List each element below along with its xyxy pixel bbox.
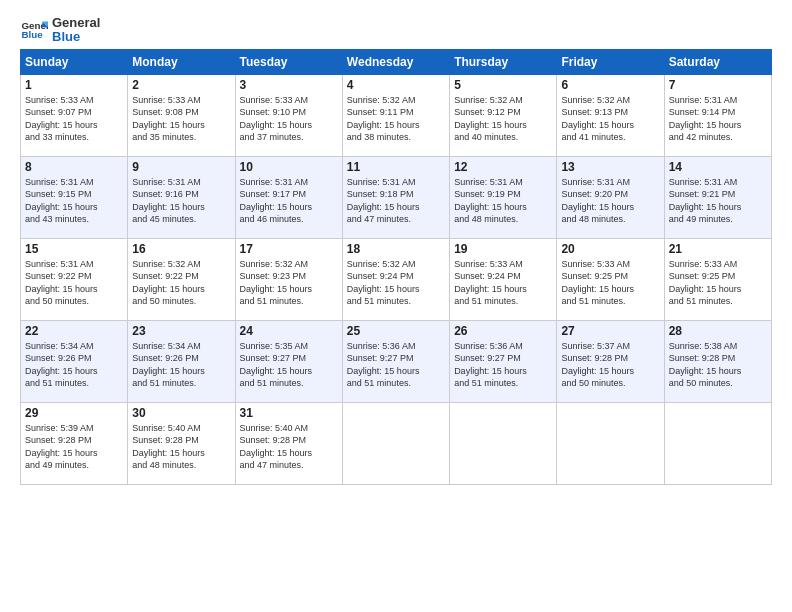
calendar-header-saturday: Saturday [664, 49, 771, 74]
calendar-cell [450, 402, 557, 484]
calendar-cell: 31Sunrise: 5:40 AM Sunset: 9:28 PM Dayli… [235, 402, 342, 484]
svg-text:Blue: Blue [21, 30, 43, 41]
day-info: Sunrise: 5:31 AM Sunset: 9:18 PM Dayligh… [347, 176, 445, 226]
calendar-header-row: SundayMondayTuesdayWednesdayThursdayFrid… [21, 49, 772, 74]
calendar-cell: 20Sunrise: 5:33 AM Sunset: 9:25 PM Dayli… [557, 238, 664, 320]
day-info: Sunrise: 5:38 AM Sunset: 9:28 PM Dayligh… [669, 340, 767, 390]
day-info: Sunrise: 5:40 AM Sunset: 9:28 PM Dayligh… [240, 422, 338, 472]
calendar-cell: 28Sunrise: 5:38 AM Sunset: 9:28 PM Dayli… [664, 320, 771, 402]
calendar-cell: 13Sunrise: 5:31 AM Sunset: 9:20 PM Dayli… [557, 156, 664, 238]
calendar-cell: 4Sunrise: 5:32 AM Sunset: 9:11 PM Daylig… [342, 74, 449, 156]
calendar-cell: 16Sunrise: 5:32 AM Sunset: 9:22 PM Dayli… [128, 238, 235, 320]
calendar-cell: 18Sunrise: 5:32 AM Sunset: 9:24 PM Dayli… [342, 238, 449, 320]
calendar-cell [557, 402, 664, 484]
day-info: Sunrise: 5:31 AM Sunset: 9:20 PM Dayligh… [561, 176, 659, 226]
day-number: 26 [454, 324, 552, 338]
calendar-cell: 12Sunrise: 5:31 AM Sunset: 9:19 PM Dayli… [450, 156, 557, 238]
calendar-cell [664, 402, 771, 484]
day-info: Sunrise: 5:34 AM Sunset: 9:26 PM Dayligh… [25, 340, 123, 390]
day-info: Sunrise: 5:31 AM Sunset: 9:21 PM Dayligh… [669, 176, 767, 226]
day-info: Sunrise: 5:35 AM Sunset: 9:27 PM Dayligh… [240, 340, 338, 390]
day-info: Sunrise: 5:36 AM Sunset: 9:27 PM Dayligh… [454, 340, 552, 390]
day-number: 28 [669, 324, 767, 338]
day-number: 30 [132, 406, 230, 420]
day-info: Sunrise: 5:31 AM Sunset: 9:14 PM Dayligh… [669, 94, 767, 144]
calendar-cell: 19Sunrise: 5:33 AM Sunset: 9:24 PM Dayli… [450, 238, 557, 320]
calendar-week-3: 15Sunrise: 5:31 AM Sunset: 9:22 PM Dayli… [21, 238, 772, 320]
day-info: Sunrise: 5:32 AM Sunset: 9:22 PM Dayligh… [132, 258, 230, 308]
logo-text-blue: Blue [52, 30, 100, 44]
calendar-header-friday: Friday [557, 49, 664, 74]
day-number: 27 [561, 324, 659, 338]
day-info: Sunrise: 5:31 AM Sunset: 9:15 PM Dayligh… [25, 176, 123, 226]
calendar-week-4: 22Sunrise: 5:34 AM Sunset: 9:26 PM Dayli… [21, 320, 772, 402]
day-number: 25 [347, 324, 445, 338]
calendar-header-sunday: Sunday [21, 49, 128, 74]
day-number: 7 [669, 78, 767, 92]
day-number: 14 [669, 160, 767, 174]
logo: General Blue General Blue [20, 16, 100, 45]
calendar-cell: 5Sunrise: 5:32 AM Sunset: 9:12 PM Daylig… [450, 74, 557, 156]
day-info: Sunrise: 5:32 AM Sunset: 9:23 PM Dayligh… [240, 258, 338, 308]
calendar-cell: 2Sunrise: 5:33 AM Sunset: 9:08 PM Daylig… [128, 74, 235, 156]
day-info: Sunrise: 5:39 AM Sunset: 9:28 PM Dayligh… [25, 422, 123, 472]
day-number: 5 [454, 78, 552, 92]
day-info: Sunrise: 5:33 AM Sunset: 9:08 PM Dayligh… [132, 94, 230, 144]
day-number: 21 [669, 242, 767, 256]
day-info: Sunrise: 5:32 AM Sunset: 9:24 PM Dayligh… [347, 258, 445, 308]
day-number: 12 [454, 160, 552, 174]
day-number: 6 [561, 78, 659, 92]
calendar-header-monday: Monday [128, 49, 235, 74]
calendar-cell: 21Sunrise: 5:33 AM Sunset: 9:25 PM Dayli… [664, 238, 771, 320]
day-number: 18 [347, 242, 445, 256]
calendar-cell: 1Sunrise: 5:33 AM Sunset: 9:07 PM Daylig… [21, 74, 128, 156]
day-number: 8 [25, 160, 123, 174]
calendar-cell: 30Sunrise: 5:40 AM Sunset: 9:28 PM Dayli… [128, 402, 235, 484]
calendar-cell: 29Sunrise: 5:39 AM Sunset: 9:28 PM Dayli… [21, 402, 128, 484]
day-info: Sunrise: 5:33 AM Sunset: 9:25 PM Dayligh… [561, 258, 659, 308]
day-number: 31 [240, 406, 338, 420]
day-info: Sunrise: 5:34 AM Sunset: 9:26 PM Dayligh… [132, 340, 230, 390]
day-info: Sunrise: 5:32 AM Sunset: 9:13 PM Dayligh… [561, 94, 659, 144]
day-number: 19 [454, 242, 552, 256]
day-number: 3 [240, 78, 338, 92]
calendar-header-thursday: Thursday [450, 49, 557, 74]
calendar-cell [342, 402, 449, 484]
logo-text-general: General [52, 16, 100, 30]
calendar-cell: 26Sunrise: 5:36 AM Sunset: 9:27 PM Dayli… [450, 320, 557, 402]
day-info: Sunrise: 5:33 AM Sunset: 9:07 PM Dayligh… [25, 94, 123, 144]
day-number: 9 [132, 160, 230, 174]
calendar-cell: 8Sunrise: 5:31 AM Sunset: 9:15 PM Daylig… [21, 156, 128, 238]
day-number: 16 [132, 242, 230, 256]
day-info: Sunrise: 5:31 AM Sunset: 9:19 PM Dayligh… [454, 176, 552, 226]
day-number: 13 [561, 160, 659, 174]
day-number: 29 [25, 406, 123, 420]
header: General Blue General Blue [20, 16, 772, 45]
calendar-cell: 7Sunrise: 5:31 AM Sunset: 9:14 PM Daylig… [664, 74, 771, 156]
calendar-cell: 14Sunrise: 5:31 AM Sunset: 9:21 PM Dayli… [664, 156, 771, 238]
day-info: Sunrise: 5:31 AM Sunset: 9:22 PM Dayligh… [25, 258, 123, 308]
calendar-week-5: 29Sunrise: 5:39 AM Sunset: 9:28 PM Dayli… [21, 402, 772, 484]
calendar-table: SundayMondayTuesdayWednesdayThursdayFrid… [20, 49, 772, 485]
day-number: 4 [347, 78, 445, 92]
day-info: Sunrise: 5:37 AM Sunset: 9:28 PM Dayligh… [561, 340, 659, 390]
calendar-header-wednesday: Wednesday [342, 49, 449, 74]
day-number: 10 [240, 160, 338, 174]
calendar-cell: 11Sunrise: 5:31 AM Sunset: 9:18 PM Dayli… [342, 156, 449, 238]
calendar-cell: 9Sunrise: 5:31 AM Sunset: 9:16 PM Daylig… [128, 156, 235, 238]
day-number: 20 [561, 242, 659, 256]
day-info: Sunrise: 5:31 AM Sunset: 9:17 PM Dayligh… [240, 176, 338, 226]
day-info: Sunrise: 5:33 AM Sunset: 9:24 PM Dayligh… [454, 258, 552, 308]
calendar-cell: 27Sunrise: 5:37 AM Sunset: 9:28 PM Dayli… [557, 320, 664, 402]
calendar-cell: 24Sunrise: 5:35 AM Sunset: 9:27 PM Dayli… [235, 320, 342, 402]
day-info: Sunrise: 5:33 AM Sunset: 9:25 PM Dayligh… [669, 258, 767, 308]
calendar-cell: 15Sunrise: 5:31 AM Sunset: 9:22 PM Dayli… [21, 238, 128, 320]
day-number: 22 [25, 324, 123, 338]
calendar-cell: 25Sunrise: 5:36 AM Sunset: 9:27 PM Dayli… [342, 320, 449, 402]
calendar-cell: 3Sunrise: 5:33 AM Sunset: 9:10 PM Daylig… [235, 74, 342, 156]
day-info: Sunrise: 5:33 AM Sunset: 9:10 PM Dayligh… [240, 94, 338, 144]
day-info: Sunrise: 5:31 AM Sunset: 9:16 PM Dayligh… [132, 176, 230, 226]
day-info: Sunrise: 5:32 AM Sunset: 9:11 PM Dayligh… [347, 94, 445, 144]
day-info: Sunrise: 5:36 AM Sunset: 9:27 PM Dayligh… [347, 340, 445, 390]
calendar-week-1: 1Sunrise: 5:33 AM Sunset: 9:07 PM Daylig… [21, 74, 772, 156]
